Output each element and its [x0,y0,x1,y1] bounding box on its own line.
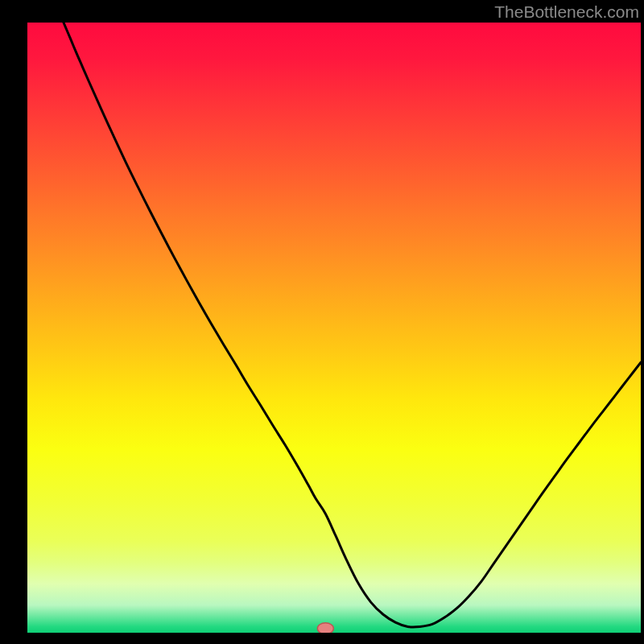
watermark-text: TheBottleneck.com [494,2,639,22]
optimal-point-marker [317,623,333,633]
plot-area [26,23,641,634]
gradient-background [27,23,641,633]
chart-frame: TheBottleneck.com [0,0,644,644]
plot-svg [27,23,641,633]
